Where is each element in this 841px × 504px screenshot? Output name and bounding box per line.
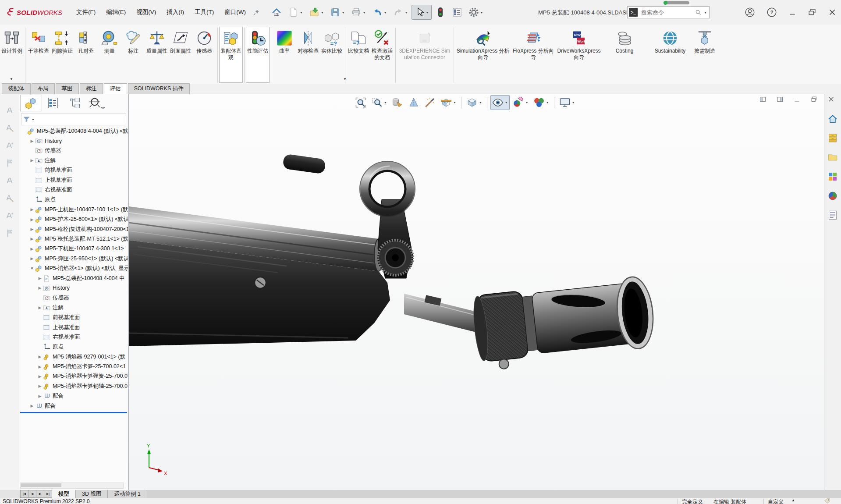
tree-row[interactable]: 传感器 — [19, 146, 128, 156]
design-library-button[interactable] — [827, 133, 838, 145]
view-orientation-button[interactable]: ▼ — [465, 95, 484, 110]
tag-icon[interactable] — [824, 498, 830, 504]
section-view-tool-button[interactable] — [390, 95, 405, 110]
tree-row[interactable]: ▶MP5-消焰器卡笋-25-700.02<1 — [19, 362, 128, 371]
tree-horizontal-scrollbar[interactable] — [20, 483, 124, 489]
document-properties-button[interactable] — [449, 5, 465, 20]
command-markup[interactable]: 标注 — [121, 27, 145, 56]
appearances-scenes-button[interactable] — [827, 191, 838, 202]
window-pane2-icon[interactable] — [776, 96, 784, 103]
menu-item-1[interactable]: 文件(F) — [72, 6, 100, 18]
tree-expand-arrow[interactable]: ▶ — [29, 227, 35, 231]
close-button[interactable] — [828, 8, 837, 17]
menu-item-3[interactable]: 视图(V) — [132, 6, 160, 18]
window-pane-icon[interactable] — [759, 96, 766, 103]
view-settings-button[interactable]: ▼ — [557, 95, 577, 110]
doc-tab-3D 视图[interactable]: 3D 视图 — [76, 490, 108, 498]
tree-row[interactable]: 前视基准面 — [19, 166, 128, 175]
doc-tab-模型[interactable]: 模型 — [52, 490, 76, 498]
tree-row[interactable]: 原点 — [19, 342, 128, 352]
select-tool-button[interactable]: ▼ — [412, 5, 432, 20]
tree-expand-arrow[interactable]: ▶ — [29, 217, 35, 222]
tab-nav-4[interactable]: ▶| — [44, 490, 52, 498]
menu-item-6[interactable]: 窗口(W) — [220, 6, 250, 18]
tree-expand-arrow[interactable]: ▶ — [37, 384, 43, 388]
left-tool-7[interactable] — [5, 211, 14, 222]
scrollbar-thumb[interactable] — [21, 483, 61, 487]
open-button[interactable]: ▼ — [306, 5, 326, 20]
menu-item-4[interactable]: 插入(I) — [162, 6, 188, 18]
ribbon-tab-装配体[interactable]: 装配体 — [2, 83, 31, 94]
left-tool-5[interactable] — [5, 176, 14, 187]
tree-row[interactable]: ▶MP5-下机匣-100407 4-300 1<1> — [19, 244, 128, 254]
view-selector-wedge-button[interactable] — [406, 95, 421, 110]
dropdown-arrow-icon[interactable]: ▼ — [363, 11, 366, 14]
redo-button[interactable]: ▼ — [390, 5, 411, 20]
pin-menu-icon[interactable] — [253, 9, 260, 16]
left-tool-8[interactable] — [5, 228, 14, 239]
tree-filter[interactable]: ▼ — [21, 113, 126, 125]
edit-appearance-button[interactable]: ▼ — [511, 95, 530, 110]
tree-row[interactable]: ▶History — [19, 136, 128, 146]
tree-expand-arrow[interactable]: ▶ — [29, 237, 35, 241]
dropdown-arrow-icon[interactable]: ▼ — [426, 11, 429, 14]
tab-nav-3[interactable]: ▶ — [36, 490, 44, 498]
minimize-button[interactable] — [788, 8, 796, 16]
sketch-tool-button[interactable] — [422, 95, 437, 110]
tree-row[interactable]: 前视基准面 — [19, 312, 128, 322]
tree-row[interactable]: ▶配合 — [19, 401, 128, 411]
tree-row[interactable]: 传感器 — [19, 293, 128, 303]
menu-item-2[interactable]: 编辑(E) — [102, 6, 130, 18]
tree-row[interactable]: 上视基准面 — [19, 175, 128, 185]
section-view-button[interactable]: ▼ — [439, 95, 458, 110]
ribbon-tab-SOLIDWORKS 插件[interactable]: SOLIDWORKS 插件 — [128, 83, 190, 94]
help-icon[interactable]: ? — [766, 7, 777, 18]
view-palette-button[interactable] — [827, 171, 838, 183]
hide-show-items-button[interactable]: ▼ — [490, 95, 510, 110]
restore-button[interactable] — [808, 8, 816, 17]
toolbar-flyout-arrow[interactable]: ▼ — [10, 77, 13, 81]
tree-row[interactable]: ▶MP5-消焰器卡笋销轴-25-700.0 — [19, 381, 128, 391]
save-button[interactable]: ▼ — [327, 5, 348, 20]
doc-tab-运动算例 1[interactable]: 运动算例 1 — [108, 490, 147, 498]
dropdown-arrow-icon[interactable]: ▼ — [525, 101, 529, 104]
dropdown-arrow-icon[interactable]: ▼ — [384, 11, 387, 14]
tree-row[interactable]: ▶MP5-枪托总装配-MT-512.1<1> (默 — [19, 234, 128, 244]
tree-expand-arrow[interactable]: ▶ — [37, 355, 43, 359]
tree-row[interactable]: ▶MP5-消焰器卡笋弹簧-25-700.0 — [19, 372, 128, 381]
tab-nav-1[interactable]: |◀ — [20, 490, 28, 498]
task-pane-home-button[interactable] — [827, 114, 838, 125]
tree-row[interactable]: 上视基准面 — [19, 323, 128, 332]
panel-tab-scroll-icons[interactable]: ◂ ▸ — [101, 106, 105, 110]
tree-expand-arrow[interactable]: ▶ — [29, 139, 35, 143]
command-interference[interactable]: 干涉检查 — [27, 27, 50, 56]
undo-button[interactable]: ▼ — [369, 5, 390, 20]
search-icon[interactable] — [695, 9, 702, 16]
ribbon-tab-标注[interactable]: 标注 — [80, 83, 103, 94]
tree-row[interactable]: ▶MP5-消焰器-9279-001<1> (默 — [19, 352, 128, 362]
left-tool-4[interactable] — [5, 158, 14, 169]
search-input[interactable] — [640, 9, 695, 16]
tree-expand-arrow[interactable]: ▶ — [29, 256, 35, 261]
dropdown-arrow-icon[interactable]: ▼ — [479, 101, 482, 104]
account-icon[interactable] — [745, 7, 755, 18]
command-measure[interactable]: 测量 — [98, 27, 121, 56]
window-close-icon[interactable] — [827, 96, 835, 103]
tree-row[interactable]: ▶A注解 — [19, 156, 128, 165]
custom-expand-icon[interactable]: ▲ — [791, 498, 795, 502]
new-document-button[interactable]: ▼ — [285, 5, 305, 20]
window-restore-icon[interactable] — [810, 96, 818, 103]
command-solid-compare[interactable]: =?实体比较 — [320, 27, 344, 56]
dropdown-arrow-icon[interactable]: ▼ — [546, 101, 549, 104]
ribbon-tab-评估[interactable]: 评估 — [104, 83, 127, 94]
options-button[interactable]: ▼ — [466, 5, 486, 20]
tree-row[interactable]: ▶A注解 — [19, 303, 128, 312]
tree-expand-arrow[interactable]: ▶ — [37, 365, 43, 369]
command-assembly-visual[interactable]: 装配体直观 — [219, 27, 243, 83]
tree-expand-arrow[interactable]: ▶ — [37, 305, 43, 310]
command-sensor[interactable]: 传感器 — [192, 27, 216, 56]
tree-row[interactable]: 原点 — [19, 195, 128, 205]
home-button[interactable] — [269, 5, 284, 20]
tree-row[interactable]: 右视基准面 — [19, 185, 128, 195]
dropdown-arrow-icon[interactable]: ▼ — [300, 11, 303, 14]
